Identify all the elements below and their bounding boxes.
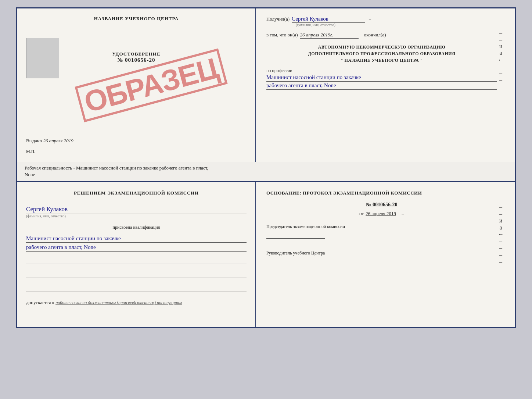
cert-number-top: № 0010656-20 [117,57,155,63]
vydano-label: Выдано [26,138,42,143]
rukovoditel-line [266,258,325,265]
block-line1: АВТОНОМНУЮ НЕКОММЕРЧЕСКУЮ ОРГАНИЗАЦИЮ [266,44,497,50]
kvali-line1: Машинист насосной станции по закачке [26,235,247,243]
protocol-number: № 0010656-20 [266,202,497,208]
cert-bottom-right-inner: Основание: протокол экзаменационной коми… [266,189,504,265]
profession-area: по профессии Машинист насосной станции п… [266,68,497,90]
cert-left-panel: НАЗВАНИЕ УЧЕБНОГО ЦЕНТРА УДОСТОВЕРЕНИЕ №… [17,8,256,162]
poluchil-row: Получил(а) Сергей Кулаков – [266,16,497,23]
date-dash: – [402,211,404,216]
cert-right-main: Получил(а) Сергей Кулаков – (фамилия, им… [266,16,497,90]
cert-right-inner: Получил(а) Сергей Кулаков – (фамилия, им… [266,16,504,90]
predsedatel-line [266,231,325,239]
block-line3: " НАЗВАНИЕ УЧЕБНОГО ЦЕНТРА " [266,57,497,64]
separator-area: Рабочая специальность - Машинист насосно… [16,162,516,181]
underline2 [26,271,247,278]
protocol-date-row: от 26 апреля 2019 – [266,211,497,217]
underline1 [26,257,247,264]
name-area: Сергей Кулаков (фамилия, имя, отчество) [26,203,247,218]
mp-label: М.П. [26,149,35,154]
udost-label: УДОСТОВЕРЕНИЕ [112,51,160,57]
okonchil-label: окончил(а) [364,32,386,38]
underline4 [26,311,247,318]
rukovoditel-area: Руководитель учебного Центра [266,250,497,265]
vydano-field: Выдано 26 апреля 2019 [26,138,73,144]
vtom-row: в том, что он(а) 26 апреля 2019г. окончи… [266,32,497,39]
separator-text2: None [25,172,35,177]
document-container: НАЗВАНИЕ УЧЕБНОГО ЦЕНТРА УДОСТОВЕРЕНИЕ №… [16,7,516,328]
cert-bottom-right: Основание: протокол экзаменационной коми… [256,182,515,327]
vtom-date: 26 апреля 2019г. [300,32,359,39]
komissia-text: Решением экзаменационной комиссии [26,189,247,197]
right-dashes: – – – и а ← – – – – [497,16,504,90]
predsedatel-area: Председатель экзаменационной комиссии [266,223,497,239]
dash1: – [369,17,371,22]
block-text-area: АВТОНОМНУЮ НЕКОММЕРЧЕСКУЮ ОРГАНИЗАЦИЮ ДО… [266,44,497,64]
dopusk-area: допускается к работе согласно должностны… [26,300,247,306]
dopusk-label: допускается к [26,300,54,305]
prisvoena-text: присвоена квалификация [26,225,247,230]
rukovoditel-label: Руководитель учебного Центра [266,250,497,256]
top-certificate: НАЗВАНИЕ УЧЕБНОГО ЦЕНТРА УДОСТОВЕРЕНИЕ №… [16,7,516,162]
cert-right-panel: Получил(а) Сергей Кулаков – (фамилия, им… [256,8,515,162]
block-line2: ДОПОЛНИТЕЛЬНОГО ПРОФЕССИОНАЛЬНОГО ОБРАЗО… [266,50,497,57]
poluchil-sub: (фамилия, имя, отчество) [296,23,497,27]
profession-line1: Машинист насосной станции по закачке [266,74,497,82]
predsedatel-label: Председатель экзаменационной комиссии [266,223,497,230]
po-professii-label: по профессии [266,68,497,74]
dopusk-value: работе согласно должностным (производств… [55,300,182,305]
kvali-area: Машинист насосной станции по закачке раб… [26,234,247,252]
vydano-date: 26 апреля 2019 [43,138,73,143]
poluchil-name: Сергей Кулаков [292,16,365,23]
poluchil-label: Получил(а) [266,16,290,22]
osnovanie-label: Основание: протокол экзаменационной коми… [266,189,497,197]
underline3 [26,285,247,292]
cert-bottom-left: Решением экзаменационной комиссии Сергей… [17,182,256,327]
protocol-date-val: 26 апреля 2019 [366,211,396,216]
vtom-label: в том, что он(а) [266,32,298,38]
kvali-line2: рабочего агента в пласт, None [26,244,247,252]
photo-placeholder [26,38,59,78]
bottom-certificate: Решением экзаменационной комиссии Сергей… [16,181,516,328]
bottom-name-sub: (фамилия, имя, отчество) [26,214,247,218]
bottom-name: Сергей Кулаков [26,206,247,214]
cert-bottom-right-main: Основание: протокол экзаменационной коми… [266,189,497,265]
bottom-right-dashes: – – – и а ← – – – – [497,189,504,265]
school-title-top: НАЗВАНИЕ УЧЕБНОГО ЦЕНТРА [94,16,179,22]
profession-line2: рабочего агента в пласт, None [266,82,497,90]
date-prefix: от [359,211,364,216]
separator-text1: Рабочая специальность - Машинист насосно… [25,165,208,171]
